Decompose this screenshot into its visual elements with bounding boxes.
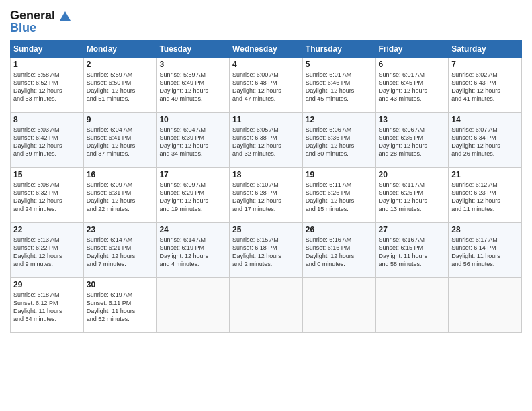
day-number: 8 [13,115,81,124]
day-info: Sunrise: 6:04 AMSunset: 6:39 PMDaylight:… [159,126,226,158]
day-info: Sunrise: 6:15 AMSunset: 6:18 PMDaylight:… [232,236,300,269]
weekday-header-monday: Monday [83,40,157,57]
calendar-cell: 4 Sunrise: 6:00 AMSunset: 6:48 PMDayligh… [230,57,303,112]
calendar-cell: 17 Sunrise: 6:09 AMSunset: 6:29 PMDaylig… [157,167,230,222]
calendar-cell: 25 Sunrise: 6:15 AMSunset: 6:18 PMDaylig… [230,222,303,277]
day-info: Sunrise: 6:03 AMSunset: 6:42 PMDaylight:… [13,126,81,158]
calendar-cell: 19 Sunrise: 6:11 AMSunset: 6:26 PMDaylig… [302,167,375,222]
day-info: Sunrise: 6:09 AMSunset: 6:31 PMDaylight:… [87,181,154,214]
calendar-cell [375,277,449,332]
calendar-cell: 3 Sunrise: 5:59 AMSunset: 6:49 PMDayligh… [157,57,230,112]
day-number: 26 [306,225,373,234]
day-info: Sunrise: 6:06 AMSunset: 6:36 PMDaylight:… [306,126,373,158]
day-info: Sunrise: 5:59 AMSunset: 6:50 PMDaylight:… [87,71,154,103]
calendar-cell: 9 Sunrise: 6:04 AMSunset: 6:41 PMDayligh… [83,112,157,167]
calendar-cell: 24 Sunrise: 6:14 AMSunset: 6:19 PMDaylig… [157,222,230,277]
calendar-cell: 11 Sunrise: 6:05 AMSunset: 6:38 PMDaylig… [230,112,303,167]
day-number: 30 [87,280,154,289]
day-info: Sunrise: 6:02 AMSunset: 6:43 PMDaylight:… [451,71,519,103]
calendar-cell: 23 Sunrise: 6:14 AMSunset: 6:21 PMDaylig… [83,222,157,277]
calendar-cell: 13 Sunrise: 6:06 AMSunset: 6:35 PMDaylig… [375,112,449,167]
main-container: General Blue SundayMondayTuesdayWednesda… [0,0,532,411]
calendar-cell: 15 Sunrise: 6:08 AMSunset: 6:32 PMDaylig… [11,167,84,222]
calendar-cell: 6 Sunrise: 6:01 AMSunset: 6:45 PMDayligh… [375,57,449,112]
calendar-cell: 14 Sunrise: 6:07 AMSunset: 6:34 PMDaylig… [449,112,522,167]
calendar-cell: 27 Sunrise: 6:16 AMSunset: 6:15 PMDaylig… [375,222,449,277]
day-number: 5 [306,60,373,69]
calendar-cell [230,277,303,332]
calendar-cell: 16 Sunrise: 6:09 AMSunset: 6:31 PMDaylig… [83,167,157,222]
day-info: Sunrise: 6:01 AMSunset: 6:45 PMDaylight:… [379,71,446,103]
day-info: Sunrise: 6:06 AMSunset: 6:35 PMDaylight:… [379,126,446,158]
calendar-cell [449,277,522,332]
day-info: Sunrise: 6:14 AMSunset: 6:19 PMDaylight:… [159,236,226,269]
calendar-cell: 1 Sunrise: 6:58 AMSunset: 6:52 PMDayligh… [11,57,84,112]
day-number: 16 [87,170,154,179]
day-info: Sunrise: 6:07 AMSunset: 6:34 PMDaylight:… [451,126,519,158]
weekday-header-tuesday: Tuesday [157,40,230,57]
calendar-week-3: 15 Sunrise: 6:08 AMSunset: 6:32 PMDaylig… [11,167,522,222]
day-number: 2 [87,60,154,69]
weekday-header-thursday: Thursday [302,40,375,57]
day-number: 13 [379,115,446,124]
calendar-week-5: 29 Sunrise: 6:18 AMSunset: 6:12 PMDaylig… [11,277,522,332]
day-number: 12 [306,115,373,124]
calendar-cell [157,277,230,332]
day-number: 23 [87,225,154,234]
day-info: Sunrise: 6:13 AMSunset: 6:22 PMDaylight:… [13,236,81,269]
calendar-cell: 8 Sunrise: 6:03 AMSunset: 6:42 PMDayligh… [11,112,84,167]
calendar-cell: 29 Sunrise: 6:18 AMSunset: 6:12 PMDaylig… [11,277,84,332]
logo-icon [60,11,71,21]
day-info: Sunrise: 6:09 AMSunset: 6:29 PMDaylight:… [159,181,226,214]
calendar-cell: 26 Sunrise: 6:16 AMSunset: 6:16 PMDaylig… [302,222,375,277]
calendar-body: 1 Sunrise: 6:58 AMSunset: 6:52 PMDayligh… [11,57,522,332]
day-info: Sunrise: 6:58 AMSunset: 6:52 PMDaylight:… [13,71,81,103]
day-info: Sunrise: 6:16 AMSunset: 6:15 PMDaylight:… [379,236,446,269]
day-info: Sunrise: 6:08 AMSunset: 6:32 PMDaylight:… [13,181,81,214]
day-info: Sunrise: 6:11 AMSunset: 6:26 PMDaylight:… [306,181,373,214]
day-info: Sunrise: 6:16 AMSunset: 6:16 PMDaylight:… [306,236,373,269]
calendar-cell: 2 Sunrise: 5:59 AMSunset: 6:50 PMDayligh… [83,57,157,112]
day-number: 7 [451,60,519,69]
day-number: 6 [379,60,446,69]
day-number: 22 [13,225,81,234]
calendar-cell: 22 Sunrise: 6:13 AMSunset: 6:22 PMDaylig… [11,222,84,277]
day-number: 20 [379,170,446,179]
calendar-week-4: 22 Sunrise: 6:13 AMSunset: 6:22 PMDaylig… [11,222,522,277]
day-number: 21 [451,170,519,179]
day-number: 24 [159,225,226,234]
weekday-header-row: SundayMondayTuesdayWednesdayThursdayFrid… [11,40,522,57]
calendar-cell: 21 Sunrise: 6:12 AMSunset: 6:23 PMDaylig… [449,167,522,222]
calendar-cell: 5 Sunrise: 6:01 AMSunset: 6:46 PMDayligh… [302,57,375,112]
day-number: 25 [232,225,300,234]
calendar-cell: 18 Sunrise: 6:10 AMSunset: 6:28 PMDaylig… [230,167,303,222]
header: General Blue [10,7,522,35]
day-info: Sunrise: 5:59 AMSunset: 6:49 PMDaylight:… [159,71,226,103]
weekday-header-friday: Friday [375,40,449,57]
day-number: 9 [87,115,154,124]
day-info: Sunrise: 6:00 AMSunset: 6:48 PMDaylight:… [232,71,300,103]
day-info: Sunrise: 6:10 AMSunset: 6:28 PMDaylight:… [232,181,300,214]
day-info: Sunrise: 6:19 AMSunset: 6:11 PMDaylight:… [87,291,154,324]
day-number: 28 [451,225,519,234]
logo: General Blue [10,9,71,35]
day-info: Sunrise: 6:18 AMSunset: 6:12 PMDaylight:… [13,291,81,324]
day-number: 18 [232,170,300,179]
calendar-cell: 30 Sunrise: 6:19 AMSunset: 6:11 PMDaylig… [83,277,157,332]
day-number: 10 [159,115,226,124]
day-info: Sunrise: 6:17 AMSunset: 6:14 PMDaylight:… [451,236,519,269]
calendar-week-2: 8 Sunrise: 6:03 AMSunset: 6:42 PMDayligh… [11,112,522,167]
calendar-cell: 12 Sunrise: 6:06 AMSunset: 6:36 PMDaylig… [302,112,375,167]
day-number: 15 [13,170,81,179]
calendar-cell [302,277,375,332]
weekday-header-saturday: Saturday [449,40,522,57]
calendar-week-1: 1 Sunrise: 6:58 AMSunset: 6:52 PMDayligh… [11,57,522,112]
day-info: Sunrise: 6:11 AMSunset: 6:25 PMDaylight:… [379,181,446,214]
calendar-cell: 28 Sunrise: 6:17 AMSunset: 6:14 PMDaylig… [449,222,522,277]
calendar-cell: 10 Sunrise: 6:04 AMSunset: 6:39 PMDaylig… [157,112,230,167]
calendar-table: SundayMondayTuesdayWednesdayThursdayFrid… [10,40,522,333]
calendar-cell: 20 Sunrise: 6:11 AMSunset: 6:25 PMDaylig… [375,167,449,222]
weekday-header-sunday: Sunday [11,40,84,57]
logo-line2: Blue [10,21,71,35]
day-number: 17 [159,170,226,179]
